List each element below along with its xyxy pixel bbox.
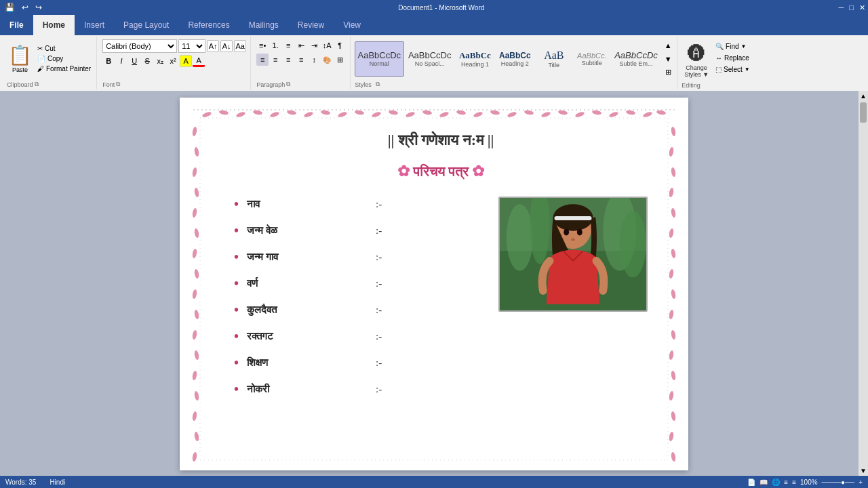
styles-scroll-up[interactable]: ▲ <box>662 39 674 52</box>
find-icon: 🔍 <box>715 43 724 50</box>
copy-button[interactable]: 📄 Copy <box>36 54 92 63</box>
scroll-down-arrow[interactable]: ▼ <box>859 466 868 476</box>
change-styles-editing-group: 🅐 ChangeStyles ▼ 🔍 Find ▼ ↔ Replace ⬚ Se… <box>679 37 754 89</box>
scroll-thumb[interactable] <box>860 102 867 123</box>
word-count: Words: 35 <box>5 479 36 486</box>
svg-point-45 <box>192 452 197 462</box>
photo-box <box>498 197 648 312</box>
italic-button[interactable]: I <box>115 55 127 67</box>
tab-mailings[interactable]: Mailings <box>239 15 288 35</box>
text-highlight-button[interactable]: A <box>180 55 192 67</box>
style-title[interactable]: AaB Title <box>536 41 572 77</box>
info-label: जन्म गाव <box>247 251 328 263</box>
language-indicator: Hindi <box>50 479 65 486</box>
shading-button[interactable]: 🎨 <box>321 54 333 66</box>
style-normal[interactable]: AaBbCcDc Normal <box>355 41 403 77</box>
find-button[interactable]: 🔍 Find ▼ <box>714 42 751 51</box>
styles-scroll-down[interactable]: ▼ <box>662 53 674 65</box>
tab-insert[interactable]: Insert <box>75 15 114 35</box>
styles-expand[interactable]: ⊞ <box>662 66 674 79</box>
underline-button[interactable]: U <box>128 55 140 67</box>
line-spacing-button[interactable]: ↕ <box>308 54 320 66</box>
info-colon: :- <box>355 357 382 369</box>
info-colon: :- <box>355 278 382 289</box>
grow-font-button[interactable]: A↑ <box>207 40 219 52</box>
style-subtle-em[interactable]: AaBbCcDc Subtle Em... <box>612 41 660 77</box>
paste-button[interactable]: 📋 Paste <box>7 43 33 75</box>
font-expand-icon[interactable]: ⧉ <box>116 81 120 88</box>
format-painter-icon: 🖌 <box>37 65 44 73</box>
subscript-button[interactable]: x₂ <box>154 55 166 67</box>
info-label: कुलदैवत <box>247 304 328 316</box>
superscript-button[interactable]: x² <box>167 55 179 67</box>
font-size-select[interactable]: 11 <box>178 39 205 53</box>
web-layout-btn[interactable]: 🌐 <box>772 479 780 486</box>
flower-right-icon: ✿ <box>472 163 484 180</box>
bullets-button[interactable]: ≡• <box>256 39 269 52</box>
format-painter-button[interactable]: 🖌 Format Painter <box>36 64 92 73</box>
justify-button[interactable]: ≡ <box>295 54 307 66</box>
bold-button[interactable]: B <box>102 55 115 67</box>
svg-rect-75 <box>555 216 592 220</box>
change-styles-button[interactable]: 🅐 ChangeStyles ▼ <box>682 41 711 81</box>
replace-button[interactable]: ↔ Replace <box>714 54 751 62</box>
draft-btn[interactable]: ≡ <box>792 479 796 486</box>
align-center-button[interactable]: ≡ <box>269 54 281 66</box>
zoom-slider[interactable]: ────●── <box>822 479 855 486</box>
print-layout-btn[interactable]: 📄 <box>747 479 755 486</box>
tab-home[interactable]: Home <box>33 15 75 35</box>
style-heading1[interactable]: AaBbCc Heading 1 <box>456 41 494 77</box>
minimize-btn[interactable]: ─ <box>839 3 844 12</box>
increase-indent-button[interactable]: ⇥ <box>308 39 320 52</box>
full-reading-btn[interactable]: 📖 <box>760 479 768 486</box>
font-family-select[interactable]: Calibri (Body) <box>102 39 177 53</box>
borders-button[interactable]: ⊞ <box>334 54 346 66</box>
info-list-item: शिक्षण :- <box>234 355 485 371</box>
document-page: || श्री गणेशाय न:म || ✿ परिचय पत्र ✿ नाव… <box>180 98 688 470</box>
tab-references[interactable]: References <box>178 15 239 35</box>
restore-btn[interactable]: □ <box>849 3 854 12</box>
window-title: Document1 - Microsoft Word <box>398 4 484 12</box>
undo-qat-btn[interactable]: ↩ <box>20 2 31 13</box>
clear-format-button[interactable]: Aa <box>234 40 246 52</box>
save-qat-btn[interactable]: 💾 <box>3 2 17 13</box>
shrink-font-button[interactable]: A↓ <box>220 40 233 52</box>
strikethrough-button[interactable]: S <box>141 55 153 67</box>
flower-left-icon: ✿ <box>397 163 410 180</box>
svg-point-72 <box>620 211 646 277</box>
scroll-up-arrow[interactable]: ▲ <box>859 91 868 101</box>
font-color-button[interactable]: A <box>193 55 205 67</box>
align-right-button[interactable]: ≡ <box>282 54 294 66</box>
styles-expand-icon[interactable]: ⧉ <box>376 81 380 88</box>
svg-point-77 <box>577 229 583 236</box>
tab-page-layout[interactable]: Page Layout <box>114 15 178 35</box>
sort-button[interactable]: ↕A <box>321 39 333 52</box>
svg-point-76 <box>564 229 569 236</box>
info-label: वर्ण <box>247 278 328 289</box>
close-btn[interactable]: ✕ <box>859 3 865 12</box>
decrease-indent-button[interactable]: ⇤ <box>295 39 307 52</box>
clipboard-expand-icon[interactable]: ⧉ <box>35 81 39 88</box>
multilevel-button[interactable]: ≡ <box>282 39 294 52</box>
info-list-item: जन्म वेळ :- <box>234 223 485 239</box>
svg-point-61 <box>669 432 674 442</box>
svg-point-62 <box>671 452 676 462</box>
paragraph-expand-icon[interactable]: ⧉ <box>286 81 290 88</box>
show-marks-button[interactable]: ¶ <box>334 39 346 52</box>
align-left-button[interactable]: ≡ <box>256 54 269 66</box>
style-subtitle[interactable]: AaBbCc. Subtitle <box>574 41 610 77</box>
tab-view[interactable]: View <box>334 15 370 35</box>
redo-qat-btn[interactable]: ↪ <box>33 2 44 13</box>
tab-file[interactable]: File <box>0 15 33 35</box>
cut-button[interactable]: ✂ Cut <box>36 44 92 53</box>
style-no-spacing[interactable]: AaBbCcDc No Spaci... <box>406 41 454 77</box>
numbering-button[interactable]: 1. <box>269 39 281 52</box>
info-label: नाव <box>247 199 328 210</box>
zoom-in-btn[interactable]: + <box>859 479 863 486</box>
tab-review[interactable]: Review <box>288 15 334 35</box>
style-heading2[interactable]: AaBbCc Heading 2 <box>496 41 534 77</box>
vertical-scrollbar[interactable]: ▲ ▼ <box>859 91 868 476</box>
select-button[interactable]: ⬚ Select ▼ <box>714 65 751 74</box>
svg-point-78 <box>571 238 575 241</box>
outline-btn[interactable]: ≡ <box>784 479 788 486</box>
